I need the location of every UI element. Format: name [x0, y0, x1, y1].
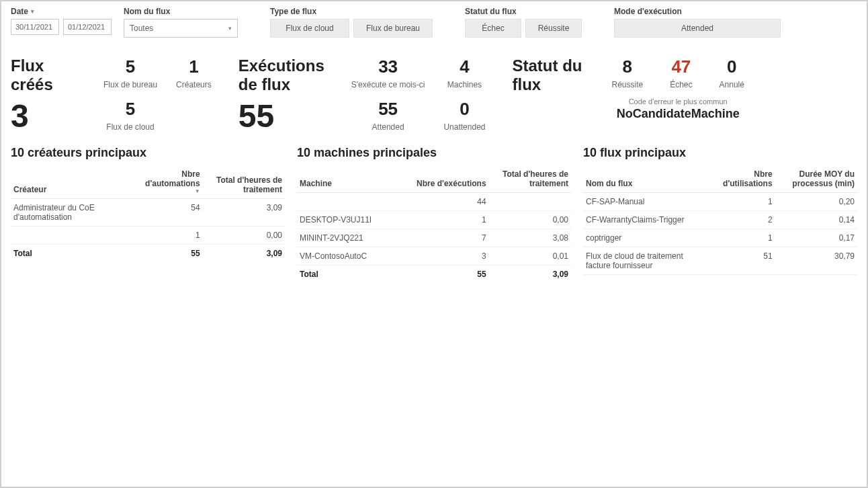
- date-from-input[interactable]: [11, 19, 59, 35]
- filter-flow-status-label: Statut du flux: [465, 7, 582, 16]
- filter-date-label: Date ▾: [11, 7, 112, 16]
- dashboard-page: Date ▾ Nom du flux Toutes ▾ Type de flux…: [0, 0, 868, 488]
- cell-hours: 0,00: [489, 211, 571, 229]
- cell-flow: Flux de cloud de traitement facture four…: [583, 247, 704, 275]
- col-flow[interactable]: Nom du flux: [583, 165, 704, 193]
- kpi-status-main: Statut du flux: [512, 56, 593, 132]
- filter-flow-name-label: Nom du flux: [124, 7, 238, 16]
- filter-date: Date ▾: [11, 7, 112, 35]
- kpi-exec-sub1: 33 S'exécute ce mois-ci 55 Attended: [351, 56, 425, 132]
- kpi-success: 8 Réussite: [611, 56, 643, 89]
- exec-mode-attended-button[interactable]: Attended: [614, 19, 781, 38]
- kpi-cancel-label: Annulé: [720, 80, 744, 89]
- table-row[interactable]: 44: [297, 193, 571, 211]
- kpi-creators: 1 Créateurs: [176, 56, 212, 89]
- tables-row: 10 créateurs principaux Créateur Nbre d'…: [11, 146, 857, 477]
- cell-flow: coptrigger: [583, 229, 704, 247]
- col-hours[interactable]: Total d'heures de traitement: [489, 165, 571, 193]
- table-row[interactable]: 1 0,00: [11, 227, 285, 245]
- panel-machines-title: 10 machines principales: [297, 146, 571, 160]
- kpi-unattended-value: 0: [460, 99, 469, 120]
- table-row[interactable]: MININT-2VJQ221 7 3,08: [297, 229, 571, 247]
- cell-execs: 44: [412, 193, 488, 211]
- cell-execs: 3: [412, 247, 488, 266]
- col-creator[interactable]: Créateur: [11, 165, 126, 199]
- cell-creator: Administrateur du CoE d'automatisation: [11, 199, 126, 227]
- filter-exec-mode-label: Mode d'exécution: [614, 7, 781, 16]
- cell-uses: 1: [704, 229, 775, 247]
- cell-total-hours: 3,09: [203, 245, 285, 263]
- table-total-row: Total 55 3,09: [297, 266, 571, 284]
- chevron-down-icon[interactable]: ▾: [31, 8, 34, 15]
- kpi-creators-label: Créateurs: [176, 80, 212, 89]
- filter-exec-mode: Mode d'exécution Attended: [614, 7, 781, 38]
- kpi-exec-title: Exécutions de flux: [238, 56, 333, 93]
- kpi-creators-value: 1: [189, 56, 198, 77]
- flow-status-fail-button[interactable]: Échec: [465, 19, 521, 38]
- kpi-cancel: 0 Annulé: [720, 56, 744, 89]
- kpi-cloud: 5 Flux de cloud: [103, 99, 157, 132]
- cell-hours: [489, 193, 571, 211]
- table-row[interactable]: CF-WarrantyClaims-Trigger 2 0,14: [583, 211, 857, 229]
- cell-execs: 1: [412, 211, 488, 229]
- filter-date-label-text: Date: [11, 7, 28, 16]
- table-row[interactable]: coptrigger 1 0,17: [583, 229, 857, 247]
- kpi-status-row: 8 Réussite 47 Échec 0 Annulé: [611, 56, 744, 89]
- kpi-fail-value: 47: [671, 56, 691, 77]
- kpi-status-title: Statut du flux: [512, 56, 593, 93]
- col-machine[interactable]: Machine: [297, 165, 412, 193]
- table-row[interactable]: CF-SAP-Manual 1 0,20: [583, 193, 857, 211]
- kpi-created-main: Flux créés 3: [11, 56, 85, 132]
- kpi-machines-label: Machines: [447, 80, 482, 89]
- flow-name-selected: Toutes: [130, 24, 153, 33]
- kpi-status: Statut du flux 8 Réussite 47 Échec 0 Ann…: [512, 56, 744, 132]
- kpi-unattended: 0 Unattended: [443, 99, 485, 132]
- exec-mode-buttons: Attended: [614, 19, 781, 38]
- table-machines: Machine Nbre d'exécutions Total d'heures…: [297, 165, 571, 283]
- kpi-unattended-label: Unattended: [443, 122, 485, 132]
- table-row[interactable]: VM-ContosoAutoC 3 0,01: [297, 247, 571, 266]
- kpi-machines: 4 Machines: [443, 56, 485, 89]
- kpi-created-sub: 5 Flux de bureau 5 Flux de cloud: [103, 56, 157, 132]
- cell-hours: 3,09: [203, 199, 285, 227]
- kpi-attended-value: 55: [378, 99, 398, 120]
- filter-flow-type-label: Type de flux: [270, 7, 433, 16]
- date-to-input[interactable]: [63, 19, 112, 35]
- kpi-error-value: NoCandidateMachine: [617, 107, 740, 121]
- col-hours[interactable]: Total d'heures de traitement: [203, 165, 285, 199]
- col-execs[interactable]: Nbre d'exécutions: [412, 165, 488, 193]
- kpi-status-metrics: 8 Réussite 47 Échec 0 Annulé Code d'erre…: [611, 56, 744, 132]
- kpi-created: Flux créés 3 5 Flux de bureau 5 Flux de …: [11, 56, 212, 132]
- table-row[interactable]: Flux de cloud de traitement facture four…: [583, 247, 857, 275]
- flow-status-buttons: Échec Réussite: [465, 19, 582, 38]
- flow-name-select[interactable]: Toutes ▾: [124, 19, 238, 38]
- cell-flow: CF-WarrantyClaims-Trigger: [583, 211, 704, 229]
- table-row[interactable]: DESKTOP-V3UJ11I 1 0,00: [297, 211, 571, 229]
- table-total-row: Total 55 3,09: [11, 245, 285, 263]
- cell-flow: CF-SAP-Manual: [583, 193, 704, 211]
- cell-hours: 0,01: [489, 247, 571, 266]
- cell-hours: 0,00: [203, 227, 285, 245]
- kpi-exec: Exécutions de flux 55 33 S'exécute ce mo…: [238, 56, 486, 132]
- col-uses[interactable]: Nbre d'utilisations: [704, 165, 775, 193]
- col-automations-text: Nbre d'automations: [145, 169, 200, 188]
- table-flows: Nom du flux Nbre d'utilisations Durée MO…: [583, 165, 857, 275]
- col-duration[interactable]: Durée MOY du processus (min): [775, 165, 857, 193]
- kpi-cloud-value: 5: [126, 99, 135, 120]
- cell-duration: 0,20: [775, 193, 857, 211]
- kpi-month: 33 S'exécute ce mois-ci: [351, 56, 425, 89]
- kpi-machines-value: 4: [460, 56, 469, 77]
- cell-uses: 51: [704, 247, 775, 275]
- panel-flows: 10 flux principaux Nom du flux Nbre d'ut…: [583, 146, 857, 477]
- table-row[interactable]: Administrateur du CoE d'automatisation 5…: [11, 199, 285, 227]
- kpi-error-code: Code d'erreur le plus commun NoCandidate…: [617, 97, 740, 121]
- flow-type-desktop-button[interactable]: Flux de bureau: [353, 19, 433, 38]
- flow-type-cloud-button[interactable]: Flux de cloud: [270, 19, 349, 38]
- flow-status-success-button[interactable]: Réussite: [525, 19, 582, 38]
- panel-creators: 10 créateurs principaux Créateur Nbre d'…: [11, 146, 285, 477]
- col-automations[interactable]: Nbre d'automations ▼: [126, 165, 202, 199]
- kpi-fail: 47 Échec: [670, 56, 692, 89]
- cell-total-label: Total: [297, 266, 412, 284]
- cell-duration: 30,79: [775, 247, 857, 275]
- kpi-exec-sub2: 4 Machines 0 Unattended: [443, 56, 485, 132]
